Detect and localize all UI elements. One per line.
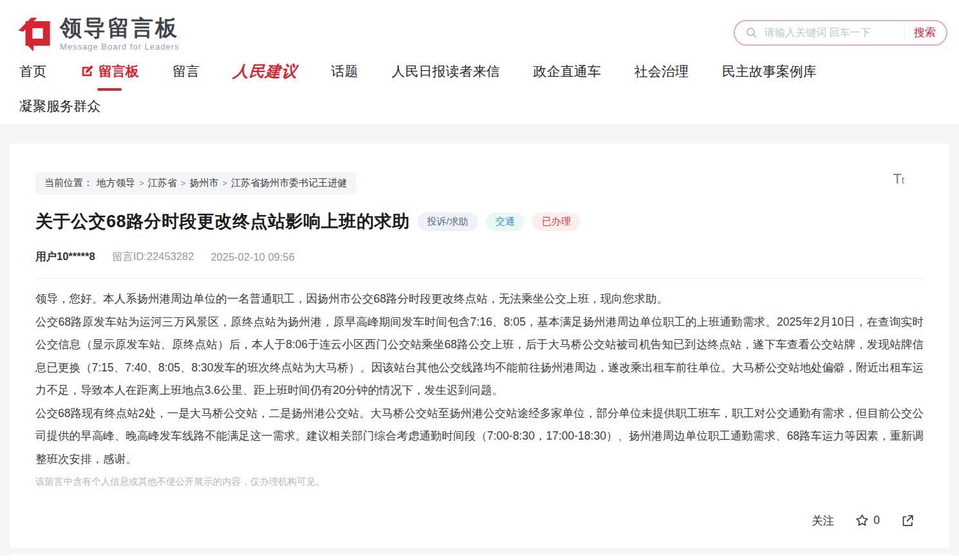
post-content: 领导，您好。本人系扬州港周边单位的一名普通职工，因扬州市公交68路分时段更改终点… [35, 288, 924, 494]
search-box: 搜索 [734, 20, 947, 46]
share-icon [900, 514, 915, 528]
post-author: 用户10*****8 [35, 250, 95, 264]
star-count: 0 [873, 514, 880, 527]
post-actions: 关注 0 [35, 513, 924, 528]
post-card: 当前位置： 地方领导 > 江苏省 > 扬州市 > 江苏省扬州市委书记王进健 Tt… [10, 144, 949, 548]
breadcrumb-item-local-leaders[interactable]: 地方领导 [97, 177, 135, 189]
search-icon [745, 26, 758, 39]
search-button[interactable]: 搜索 [904, 25, 936, 40]
site-title: 领导留言板 [60, 16, 179, 40]
site-header: 领导留言板 Message Board for Leaders 搜索 [0, 0, 959, 61]
tag-status-handled: 已办理 [532, 212, 580, 231]
nav-item-messages[interactable]: 留言 [173, 62, 200, 80]
post-paragraph: 公交68路现有终点站2处，一是大马桥公交站，二是扬州港公交站。大马桥公交站至扬州… [35, 402, 924, 471]
star-icon [855, 513, 869, 528]
breadcrumb-item-city[interactable]: 扬州市 [189, 177, 218, 189]
nav-item-label: 留言板 [99, 62, 139, 80]
breadcrumb-separator: > [181, 178, 186, 188]
post-paragraph: 领导，您好。本人系扬州港周边单位的一名普通职工，因扬州市公交68路分时段更改终点… [35, 288, 924, 311]
privacy-note: 该留言中含有个人信息或其他不便公开展示的内容，仅办理机构可见。 [35, 471, 924, 494]
nav-row-1: 首页 留言板 留言 人民建议 话题 人民日报读者来信 政企直通车 社会治理 民主… [19, 61, 949, 82]
nav-item-gov-enterprise[interactable]: 政企直通车 [533, 62, 601, 80]
edit-pen-icon [80, 64, 94, 79]
main-nav: 首页 留言板 留言 人民建议 话题 人民日报读者来信 政企直通车 社会治理 民主… [0, 61, 959, 124]
nav-item-home[interactable]: 首页 [19, 62, 46, 80]
breadcrumb-item-province[interactable]: 江苏省 [148, 177, 177, 189]
page-background: 当前位置： 地方领导 > 江苏省 > 扬州市 > 江苏省扬州市委书记王进健 Tt… [0, 124, 959, 555]
follow-button[interactable]: 关注 [812, 513, 834, 528]
breadcrumb-label: 当前位置： [44, 177, 93, 189]
post-title: 关于公交68路分时段更改终点站影响上班的求助 [35, 210, 410, 233]
nav-item-democracy-stories[interactable]: 民主故事案例库 [722, 62, 817, 80]
site-subtitle: Message Board for Leaders [60, 42, 179, 51]
nav-item-social-governance[interactable]: 社会治理 [634, 62, 688, 80]
breadcrumb: 当前位置： 地方领导 > 江苏省 > 扬州市 > 江苏省扬州市委书记王进健 [35, 172, 356, 194]
star-button[interactable]: 0 [855, 513, 880, 528]
nav-row-2: 凝聚服务群众 [19, 97, 949, 115]
post-meta: 用户10*****8 留言ID:22453282 2025-02-10 09:5… [35, 250, 924, 264]
breadcrumb-separator: > [139, 178, 144, 188]
nav-item-serve-masses[interactable]: 凝聚服务群众 [19, 97, 100, 115]
nav-item-readers-letters[interactable]: 人民日报读者来信 [392, 62, 500, 80]
nav-item-message-board[interactable]: 留言板 [80, 62, 139, 80]
post-paragraph: 公交68路原发车站为运河三万风景区，原终点站为扬州港，原早高峰期间发车时间包含7… [35, 311, 924, 402]
next-card-preview [10, 554, 949, 559]
title-row: 关于公交68路分时段更改终点站影响上班的求助 投诉/求助 交通 已办理 [35, 210, 924, 233]
site-logo[interactable]: 领导留言板 Message Board for Leaders [16, 14, 179, 51]
tag-traffic: 交通 [486, 212, 524, 231]
search-input[interactable] [764, 27, 898, 39]
share-button[interactable] [900, 514, 915, 528]
nav-item-people-suggestions[interactable]: 人民建议 [233, 61, 298, 82]
logo-icon [16, 14, 53, 51]
meta-divider [35, 278, 924, 279]
nav-item-topics[interactable]: 话题 [331, 62, 358, 80]
post-timestamp: 2025-02-10 09:56 [211, 251, 294, 263]
post-message-id: 留言ID:22453282 [112, 250, 195, 264]
font-size-icon[interactable]: Tt [893, 172, 904, 186]
breadcrumb-separator: > [222, 178, 227, 188]
breadcrumb-row: 当前位置： 地方领导 > 江苏省 > 扬州市 > 江苏省扬州市委书记王进健 Tt [35, 172, 924, 194]
tag-complaint-help: 投诉/求助 [417, 212, 478, 231]
breadcrumb-item-leader[interactable]: 江苏省扬州市委书记王进健 [231, 177, 347, 189]
